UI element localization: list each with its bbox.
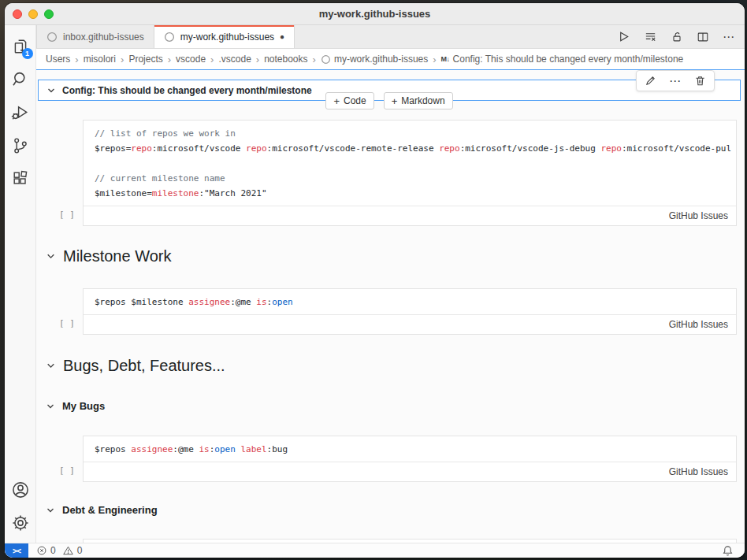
chevron-right-icon: ›	[255, 54, 260, 65]
more-actions-button[interactable]: ⋯	[723, 31, 735, 43]
markdown-cell-icon: M↓	[441, 55, 450, 63]
cell-status-bar: GitHub Issues	[84, 314, 736, 334]
error-count: 0	[50, 545, 56, 556]
chevron-right-icon: ›	[432, 54, 437, 65]
tab-inbox-github-issues[interactable]: inbox.github-issues	[36, 25, 154, 48]
gear-icon	[10, 513, 31, 533]
vscode-window: my-work.github-issues 1	[5, 3, 745, 558]
breadcrumb-item[interactable]: .vscode	[218, 54, 251, 65]
chevron-right-icon: ›	[167, 54, 172, 65]
breadcrumb-item[interactable]: Users	[46, 54, 70, 65]
delete-cell-button[interactable]	[694, 75, 706, 87]
markdown-heading-milestone-work[interactable]: Milestone Work	[46, 247, 741, 265]
markdown-cell-title: Config: This should be changed every mon…	[62, 85, 312, 96]
split-editor-button[interactable]	[697, 31, 709, 43]
title-bar: my-work.github-issues	[5, 3, 745, 25]
collapse-chevron-icon[interactable]	[46, 251, 56, 261]
window-title: my-work.github-issues	[5, 8, 745, 20]
execution-count: [ ]	[59, 210, 75, 220]
tab-bar-spacer	[295, 25, 608, 48]
breadcrumb-item[interactable]: vscode	[176, 54, 206, 65]
cell-status-bar: GitHub Issues	[84, 462, 736, 481]
notifications-bell-button[interactable]	[722, 545, 734, 557]
tab-bar: inbox.github-issues my-work.github-issue…	[36, 25, 745, 49]
cell-status-bar: GitHub Issues	[84, 206, 736, 225]
plus-icon: +	[333, 96, 340, 106]
tab-my-work-github-issues[interactable]: my-work.github-issues ●	[154, 25, 295, 48]
status-bar: >< 0 0	[5, 543, 745, 558]
sidebar-item-settings[interactable]	[5, 506, 36, 540]
sidebar-item-extensions[interactable]	[5, 162, 36, 195]
unlock-icon[interactable]	[671, 31, 683, 43]
cell-language-picker[interactable]: GitHub Issues	[669, 319, 728, 330]
code-editor[interactable]: // list of repos we work in$repos=repo:m…	[84, 121, 736, 206]
github-icon	[321, 54, 331, 65]
add-markdown-cell-button[interactable]: + Markdown	[384, 92, 453, 109]
minimize-window-button[interactable]	[28, 9, 38, 19]
collapse-chevron-icon[interactable]	[46, 506, 55, 515]
problems-status[interactable]: 0 0	[36, 545, 82, 556]
sidebar-item-explorer[interactable]: 1	[5, 30, 36, 63]
code-editor[interactable]: $repos assignee:@me is:open label:bug	[84, 436, 736, 462]
error-icon	[36, 545, 47, 556]
explorer-badge: 1	[22, 48, 33, 59]
traffic-lights	[5, 9, 54, 19]
editor-actions: ⋯	[608, 25, 745, 48]
breadcrumb-item[interactable]: Projects	[128, 54, 162, 65]
sidebar-item-run-debug[interactable]	[5, 96, 36, 129]
breadcrumb-item[interactable]: misolori	[84, 54, 116, 65]
chevron-right-icon: ›	[210, 54, 214, 65]
collapse-chevron-icon[interactable]	[46, 361, 56, 371]
code-editor[interactable]: $repos assignee:@me is:open label:debt O…	[84, 540, 736, 543]
collapse-chevron-icon[interactable]	[46, 86, 56, 95]
activity-bar: 1	[5, 25, 36, 543]
markdown-heading-my-bugs[interactable]: My Bugs	[46, 400, 741, 412]
dirty-indicator-icon[interactable]: ●	[280, 33, 284, 41]
warning-icon	[62, 545, 74, 556]
markdown-heading-bugs-debt-features[interactable]: Bugs, Debt, Features...	[46, 357, 741, 375]
breadcrumb-item[interactable]: notebooks	[264, 54, 307, 65]
code-cell-debt-engineering[interactable]: [ ] $repos assignee:@me is:open label:de…	[83, 539, 737, 543]
tab-label: my-work.github-issues	[180, 32, 274, 43]
code-editor[interactable]: $repos $milestone assignee:@me is:open	[84, 289, 736, 314]
remote-indicator[interactable]: ><	[5, 543, 28, 558]
source-control-icon	[11, 136, 30, 155]
code-cell-config[interactable]: [ ] // list of repos we work in$repos=re…	[83, 120, 737, 226]
chevron-right-icon: ›	[120, 54, 124, 65]
code-cell-my-bugs[interactable]: [ ] $repos assignee:@me is:open label:bu…	[83, 436, 737, 482]
breadcrumb-item-cell[interactable]: M↓ Config: This should be changed every …	[441, 54, 684, 65]
markdown-heading-debt-engineering[interactable]: Debt & Engineering	[46, 504, 741, 516]
chevron-right-icon: ›	[312, 54, 317, 65]
run-debug-icon	[11, 103, 30, 122]
github-icon	[46, 32, 58, 43]
sidebar-item-source-control[interactable]	[5, 129, 36, 162]
breadcrumb-item-file[interactable]: my-work.github-issues	[321, 54, 428, 65]
add-code-cell-button[interactable]: + Code	[325, 92, 374, 109]
sidebar-item-account[interactable]	[5, 473, 36, 506]
sidebar-item-search[interactable]	[5, 63, 36, 96]
extensions-icon	[11, 169, 30, 188]
cell-language-picker[interactable]: GitHub Issues	[669, 210, 728, 221]
cell-more-actions-button[interactable]: ⋯	[669, 75, 682, 87]
code-cell-milestone[interactable]: [ ] $repos $milestone assignee:@me is:op…	[83, 288, 737, 335]
zoom-window-button[interactable]	[44, 9, 54, 19]
run-all-button[interactable]	[617, 30, 630, 43]
cell-toolbar: ⋯	[636, 70, 715, 91]
collapse-chevron-icon[interactable]	[46, 402, 55, 411]
tab-label: inbox.github-issues	[63, 32, 144, 43]
search-icon	[11, 70, 30, 89]
execution-count: [ ]	[59, 318, 75, 328]
account-icon	[10, 480, 31, 500]
chevron-right-icon: ›	[74, 54, 79, 65]
cell-language-picker[interactable]: GitHub Issues	[669, 466, 728, 477]
warning-count: 0	[77, 545, 83, 556]
plus-icon: +	[392, 96, 398, 106]
clear-outputs-button[interactable]	[644, 30, 657, 43]
github-icon	[164, 32, 175, 43]
execution-count: [ ]	[59, 465, 75, 476]
notebook-editor: Config: This should be changed every mon…	[36, 69, 745, 543]
edit-cell-button[interactable]	[645, 75, 656, 87]
breadcrumb: Users › misolori › Projects › vscode › .…	[36, 49, 745, 69]
close-window-button[interactable]	[13, 9, 22, 19]
